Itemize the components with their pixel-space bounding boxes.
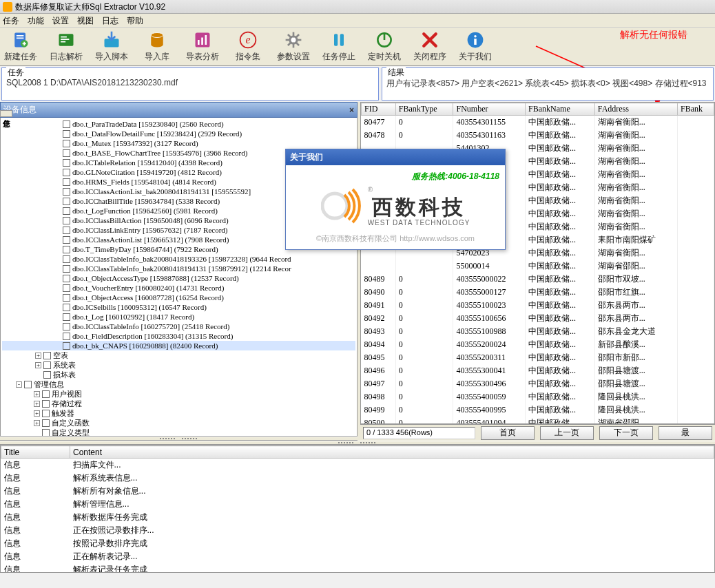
table-row[interactable]: 804940403555200024中国邮政储...新邵县酿溪... — [362, 338, 714, 351]
table-row[interactable]: 804970403555300496中国邮政储...邵阳县塘渡... — [362, 377, 714, 390]
sidebar-tab[interactable]: 任务信息 — [0, 110, 12, 117]
checkbox-icon[interactable] — [63, 313, 70, 321]
tree-folder[interactable]: 损坏表 — [2, 370, 355, 379]
col-header[interactable]: FBankType — [395, 103, 453, 116]
checkbox-icon[interactable] — [63, 217, 70, 224]
checkbox-icon[interactable] — [63, 255, 70, 263]
checkbox-icon[interactable] — [63, 149, 70, 157]
checkbox-icon[interactable] — [63, 120, 70, 128]
log-row[interactable]: 信息正在解析表记录... — [1, 550, 714, 563]
table-row[interactable]: 805000403555401094中国邮政储...湖南省邵阳... — [362, 417, 714, 424]
checkbox-icon[interactable] — [63, 304, 70, 311]
close-prog-button[interactable]: 关闭程序 — [413, 30, 446, 63]
tree-leaf[interactable]: dbo.t_DataFlowDetailFunc [159238424] (29… — [2, 129, 355, 138]
page-button-最[interactable]: 最 — [659, 426, 712, 440]
checkbox-icon[interactable] — [42, 410, 50, 417]
expand-icon[interactable]: + — [35, 353, 41, 359]
tree-folder[interactable]: +自定义函数 — [2, 418, 355, 428]
table-row[interactable]: 804770403554301155中国邮政储...湖南省衡阳... — [362, 116, 714, 129]
table-row[interactable]: 804990403555400995中国邮政储...隆回县桃洪... — [362, 403, 714, 417]
log-row[interactable]: 信息按照记录数排序完成 — [1, 537, 714, 550]
table-row[interactable]: 804980403555400059中国邮政储...隆回县桃洪... — [362, 390, 714, 403]
checkbox-icon[interactable] — [63, 265, 70, 273]
log-row[interactable]: 信息扫描库文件... — [1, 459, 714, 472]
checkbox-icon[interactable] — [63, 140, 70, 147]
table-row[interactable]: 804890403555000022中国邮政储...邵阳市双坡... — [362, 273, 714, 286]
tree-leaf[interactable]: dbo.ICClassTableInfo_bak20080418193326 [… — [2, 254, 355, 264]
checkbox-icon[interactable] — [63, 188, 70, 196]
col-header[interactable]: FNumber — [453, 103, 526, 116]
checkbox-icon[interactable] — [63, 159, 70, 167]
log-col[interactable]: Title — [1, 446, 70, 459]
tree-folder[interactable]: +存储过程 — [2, 399, 355, 408]
tree-leaf[interactable]: dbo.ICClassTableInfo [160275720] (25418 … — [2, 322, 355, 331]
table-row[interactable]: 804960403555300041中国邮政储...邵阳县塘渡... — [362, 364, 714, 377]
col-header[interactable]: FBank — [677, 103, 714, 116]
tree-leaf[interactable]: dbo.t_ObjectAccess [160087728] (16254 Re… — [2, 293, 355, 302]
tree-folder[interactable]: +系统表 — [2, 360, 355, 370]
shutdown-button[interactable]: 定时关机 — [368, 30, 401, 63]
menu-视图[interactable]: 视图 — [77, 14, 94, 27]
checkbox-icon[interactable] — [63, 275, 70, 282]
splitter[interactable] — [0, 437, 358, 441]
log-col[interactable]: Content — [70, 446, 714, 459]
log-row[interactable]: 信息解析所有对象信息... — [1, 485, 714, 498]
task-stop-button[interactable]: 任务停止 — [322, 30, 355, 63]
expand-icon[interactable]: + — [34, 410, 40, 417]
checkbox-icon[interactable] — [43, 361, 51, 369]
log-row[interactable]: 信息解析系统表信息... — [1, 472, 714, 485]
tree-folder[interactable]: +触发器 — [2, 408, 355, 418]
log-panel[interactable]: TitleContent信息扫描库文件...信息解析系统表信息...信息解析所有… — [0, 445, 715, 573]
about-button[interactable]: 关于我们 — [459, 30, 492, 63]
tree-leaf[interactable]: dbo.t_VoucherEntry [160080240] (14731 Re… — [2, 283, 355, 293]
tree-folder[interactable]: +空表 — [2, 350, 355, 360]
checkbox-icon[interactable] — [43, 352, 51, 359]
col-header[interactable]: FAddress — [594, 103, 677, 116]
expand-icon[interactable]: - — [16, 381, 22, 388]
table-row[interactable]: 804930403555100988中国邮政储...邵东县金龙大道 — [362, 325, 714, 338]
checkbox-icon[interactable] — [63, 207, 70, 215]
checkbox-icon[interactable] — [42, 390, 50, 398]
checkbox-icon[interactable] — [63, 198, 70, 205]
tree-close-icon[interactable]: × — [349, 105, 354, 115]
checkbox-icon[interactable] — [63, 227, 70, 234]
table-row[interactable]: 804920403555100656中国邮政储...邵东县两市... — [362, 312, 714, 325]
tree-leaf[interactable]: dbo.t_Log [160102992] (18417 Record) — [2, 312, 355, 322]
col-header[interactable]: FID — [362, 103, 396, 116]
checkbox-icon[interactable] — [63, 294, 70, 302]
table-row[interactable]: 804780403554301163中国邮政储...湖南省衡阳... — [362, 129, 714, 142]
expand-icon[interactable]: + — [34, 401, 40, 407]
export-analyze-button[interactable]: 导表分析 — [186, 30, 219, 63]
new-task-button[interactable]: 新建任务 — [4, 30, 37, 63]
menu-任务[interactable]: 任务 — [3, 14, 19, 27]
log-row[interactable]: 信息正在按照记录数排序... — [1, 524, 714, 537]
menu-帮助[interactable]: 帮助 — [127, 14, 143, 27]
page-button-上一页[interactable]: 上一页 — [540, 426, 594, 440]
checkbox-icon[interactable] — [24, 381, 32, 388]
checkbox-icon[interactable] — [63, 333, 70, 340]
checkbox-icon[interactable] — [42, 419, 50, 427]
menu-日志[interactable]: 日志 — [102, 14, 118, 27]
page-button-首页[interactable]: 首页 — [481, 426, 535, 440]
checkbox-icon[interactable] — [63, 323, 70, 330]
tree-leaf[interactable]: dbo.t_FieldDescription [160283304] (3131… — [2, 331, 355, 341]
checkbox-icon[interactable] — [63, 178, 70, 186]
tree-leaf[interactable]: dbo.t_ObjectAccessType [159887688] (1253… — [2, 273, 355, 283]
expand-icon[interactable]: + — [34, 420, 40, 426]
log-row[interactable]: 信息解析管理信息... — [1, 498, 714, 511]
tree-leaf[interactable]: dbo.ICSelbills [160095312] (16547 Record… — [2, 302, 355, 312]
table-row[interactable]: 804900403555000127中国邮政储...邵阳市红旗... — [362, 286, 714, 299]
checkbox-icon[interactable] — [42, 400, 50, 408]
col-header[interactable]: FBankName — [526, 103, 595, 116]
tree-leaf[interactable]: dbo.t_Mutex [159347392] (3127 Record) — [2, 138, 355, 148]
expand-icon[interactable]: + — [34, 391, 40, 397]
expand-icon[interactable]: + — [35, 362, 41, 368]
log-parse-button[interactable]: 日志解析 — [50, 30, 83, 63]
checkbox-icon[interactable] — [63, 169, 70, 176]
checkbox-icon[interactable] — [63, 246, 70, 253]
tree-folder[interactable]: 自定义类型 — [2, 428, 355, 437]
log-row[interactable]: 信息解析表记录任务完成 — [1, 563, 714, 573]
tree-folder[interactable]: -管理信息 — [2, 379, 355, 389]
table-row[interactable]: 804950403555200311中国邮政储...邵阳市新邵... — [362, 351, 714, 364]
export-db-button[interactable]: 导入库 — [141, 30, 174, 63]
